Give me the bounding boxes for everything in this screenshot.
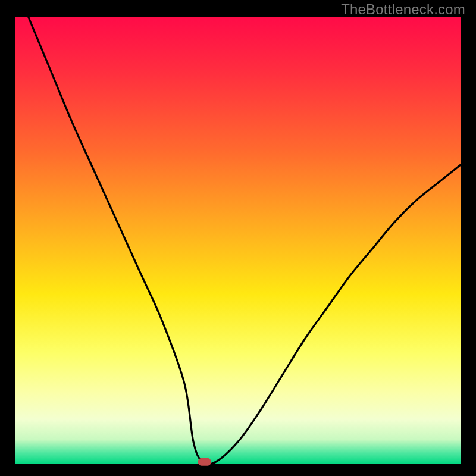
plot-background bbox=[15, 17, 461, 464]
watermark-label: TheBottleneck.com bbox=[341, 1, 465, 18]
bottleneck-chart bbox=[0, 0, 476, 476]
optimal-marker bbox=[198, 458, 211, 466]
chart-frame: TheBottleneck.com bbox=[0, 0, 476, 476]
